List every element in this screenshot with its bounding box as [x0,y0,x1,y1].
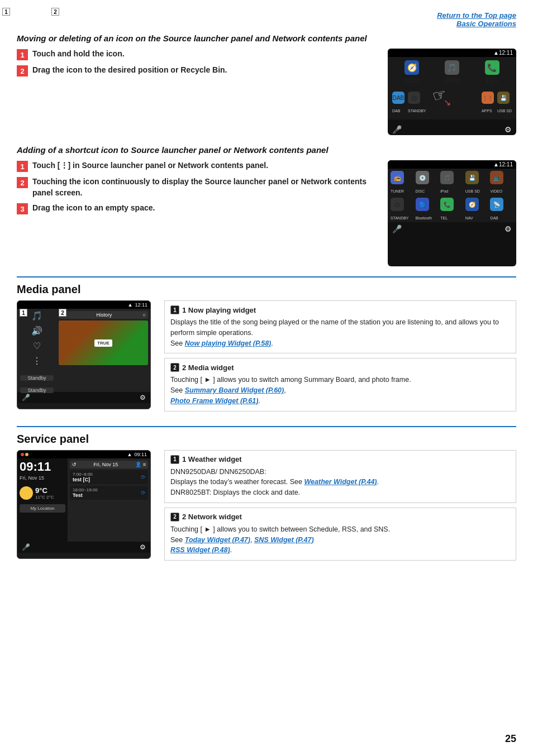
icon2-tel: 📞 TEL [440,198,464,221]
media-desc-title-1: 1 1 Now playing widget [170,305,510,314]
service-list-icon: ≡ [143,462,146,467]
today-widget-link[interactable]: Today Widget (P.47) [185,536,250,544]
tel-icon: 📞 [485,60,499,75]
service-device-screen: 1 2 ▲ 09:11 09:11 Fri, Nov 15 9°C 11° [17,450,151,559]
dab2-label: DAB [490,216,498,220]
standby2-icon: ⏻ [391,198,404,211]
service-desc-text-2: Touching [ ► ] allows you to switch betw… [170,524,510,556]
basic-operations-link[interactable]: Basic Operations [17,20,516,28]
service-desc-line3: DNR8025BT: Displays the clock and date. [170,489,300,496]
temp-text: 9°C [35,486,54,495]
time-2: 12:11 [499,161,513,168]
history-label: History [96,312,112,318]
device-screen-2: ▲ 12:11 📻 TUNER 💿 DISC 🎵 iPod 💾 USB SD 📺 [388,160,516,266]
ipod-icon: 🎵 [445,60,459,75]
service-panel-row: 1 2 ▲ 09:11 09:11 Fri, Nov 15 9°C 11° [17,450,516,566]
section2-steps: 1 Touch [⋮] in Source launcher panel or … [17,160,377,266]
icon-ipod-label: iPod [445,76,460,85]
icon-usbsd: 💾 USB SD [497,92,512,114]
s2-step1-text: Touch [⋮] in Source launcher panel or Ne… [32,160,268,171]
media-desc-body-2: Touching [ ► ] allows you to switch amon… [170,376,411,384]
service-date-header: Fri, Nov 15 [93,462,118,467]
service-mic-icon: 🎤 [22,543,30,551]
icon2-nav: 🧭 NAV [465,198,489,221]
s2-step2-num: 2 [17,177,28,188]
icon-usbsd-label: USB SD [497,109,512,113]
section1-steps: 1 Touch and hold the icon. 2 Drag the ic… [17,49,377,135]
media-desc-title-2: 2 2 Media widget [170,363,510,372]
location-button[interactable]: My Location [20,504,65,513]
icon2-disc: 💿 DISC [416,171,439,194]
media-panel-desc: 1 1 Now playing widget Displays the titl… [164,300,516,416]
media-panel-screen: ▲ 12:11 1 2 🎵 🔊 ♡ ⋮ Standby [17,300,151,416]
media-photo-frame: TRUE [59,320,148,365]
service-right-panel: ↺ Fri, Nov 15 👤 ≡ 7:00~8:00 test [C] ⟳ [68,458,150,542]
s2-step1-num: 1 [17,161,28,172]
media-desc-box-2: 2 2 Media widget Touching [ ► ] allows y… [164,358,516,411]
icon-standby-label: STANDBY [408,109,426,113]
usbsd2-icon: 💾 [465,171,479,184]
service-time: 09:11 [134,452,147,457]
true-badge: TRUE [94,339,112,347]
device-bottom-2: 🎤 ⚙ [388,222,516,236]
step2-num: 2 [17,65,28,76]
schedule-name-2: Test [73,492,98,498]
media-icons-left: 🎵 🔊 ♡ ⋮ [29,308,45,369]
bt-icon: 🔵 [416,198,429,211]
tuner-label: TUNER [391,189,404,193]
media-see-label: See [170,386,185,394]
service-desc-box-2: 2 2 Network widget Touching [ ► ] allows… [164,508,516,561]
service-desc-title-1: 1 1 Weather widget [170,455,510,464]
service-desc-text-1: DNN9250DAB/ DNN6250DAB: Displays the tod… [170,467,510,498]
schedule-time-1: 7:00~8:00 [73,472,93,477]
disc-icon: 💿 [416,171,429,184]
photo-frame-link[interactable]: Photo Frame Widget (P.61) [170,397,258,405]
history-close: ○ [143,312,146,318]
media-panel-row: ▲ 12:11 1 2 🎵 🔊 ♡ ⋮ Standby [17,300,516,416]
gear2-icon: ⚙ [505,224,512,233]
step1-num: 1 [17,49,28,60]
weather-widget-link[interactable]: Weather Widget (P.44) [304,478,377,486]
sns-widget-link[interactable]: SNS Widget (P.47) [254,536,314,544]
step1-text: Touch and hold the icon. [32,49,125,60]
standby2-label: STANDBY [391,216,409,220]
service-panel-title: Service panel [17,433,516,446]
top-links-section: Return to the Top page Basic Operations [17,11,516,28]
service-right-header: ↺ Fri, Nov 15 👤 ≡ [70,461,148,468]
media-device-bottom: 🎤 ⚙ [17,392,150,403]
ipod2-label: iPod [440,189,448,193]
mic2-icon: 🎤 [392,224,402,233]
status-bar-2: ▲ 12:11 [388,160,516,169]
s2-step3-num: 3 [17,203,28,214]
service-desc-line1: DNN9250DAB/ DNN6250DAB: [170,468,266,476]
media-gear-icon: ⚙ [140,394,146,401]
icon2-dab: 📡 DAB [490,198,513,221]
icon-apps-label: APPS [482,109,492,113]
media-icon-heart: ♡ [33,341,41,351]
now-playing-link[interactable]: Now playing Widget (P.58) [185,339,272,347]
rss-widget-link[interactable]: RSS Widget (P.48) [170,546,230,554]
icon-ipod: 🎵 iPod [445,60,460,85]
weather-display: 9°C 11°C 2°C [20,486,65,500]
s2-step3-item: 3 Drag the icon to an empty space. [17,203,377,214]
s2-step2-item: 2 Touching the icon continuously to disp… [17,176,377,198]
wifi-icon: ▲ [493,50,499,56]
tel2-label: TEL [440,216,448,220]
summary-board-link[interactable]: Summary Board Widget (P.60) [185,386,284,394]
tel2-icon: 📞 [440,198,454,211]
bt-label: Bluetooth [416,216,432,220]
icon-nav: 🧭 NAV [404,60,420,85]
service-panel-screen: 1 2 ▲ 09:11 09:11 Fri, Nov 15 9°C 11° [17,450,151,566]
step1-item: 1 Touch and hold the icon. [17,49,377,60]
media-mic-icon: 🎤 [22,394,30,401]
time-1: 12:11 [499,50,513,56]
video-label: VIDEO [490,189,502,193]
device-bottom-1: 🎤 ⚙ [388,124,516,135]
service-person-icon: 👤 [135,462,141,467]
nav2-label: NAV [465,216,473,220]
icon2-ipod: 🎵 iPod [440,171,464,194]
icon-standby: ⏻ STANDBY [408,92,426,114]
return-to-top-link[interactable]: Return to the Top page [17,11,516,20]
section2-title: Adding of a shortcut icon to Source laun… [17,145,516,155]
gear-icon: ⚙ [505,125,512,134]
